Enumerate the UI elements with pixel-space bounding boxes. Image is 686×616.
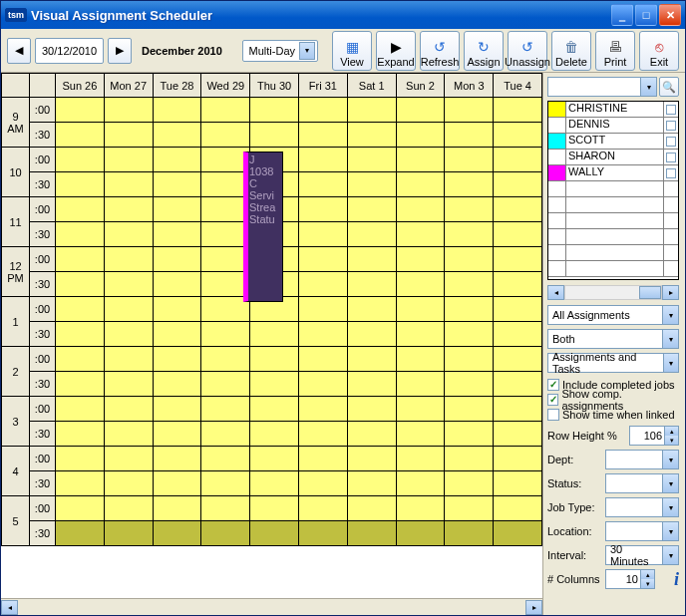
grid-cell[interactable]	[153, 247, 201, 272]
info-icon[interactable]: i	[674, 569, 679, 590]
grid-cell[interactable]	[494, 397, 542, 422]
next-button[interactable]: ▶	[108, 38, 132, 64]
grid-cell[interactable]	[153, 272, 201, 297]
grid-cell[interactable]	[445, 148, 494, 172]
grid-cell[interactable]	[104, 197, 153, 222]
employee-list[interactable]: CHRISTINEDENNISSCOTTSHARONWALLY	[547, 101, 679, 280]
grid-cell[interactable]	[56, 172, 105, 197]
delete-button[interactable]: 🗑Delete	[551, 31, 591, 71]
grid-cell[interactable]	[298, 322, 347, 347]
grid-cell[interactable]	[298, 297, 347, 322]
grid-cell[interactable]	[104, 222, 153, 247]
grid-cell[interactable]	[56, 422, 105, 447]
grid-cell[interactable]	[298, 496, 347, 521]
grid-cell[interactable]	[104, 172, 153, 197]
grid-cell[interactable]	[494, 471, 542, 496]
grid-cell[interactable]	[56, 272, 105, 297]
grid-cell[interactable]	[250, 422, 299, 447]
date-field[interactable]: 30/12/2010	[35, 38, 104, 64]
grid-cell[interactable]	[250, 372, 299, 397]
expand-button[interactable]: ▶Expand	[376, 31, 416, 71]
employee-row[interactable]	[548, 213, 678, 229]
grid-cell[interactable]	[250, 397, 299, 422]
grid-cell[interactable]	[347, 397, 396, 422]
grid-cell[interactable]	[347, 123, 396, 148]
grid-cell[interactable]	[396, 471, 445, 496]
scroll-left-button[interactable]: ◂	[547, 285, 564, 300]
grid-cell[interactable]	[347, 372, 396, 397]
grid-cell[interactable]	[201, 372, 250, 397]
scroll-thumb[interactable]	[639, 286, 661, 299]
grid-cell[interactable]	[56, 297, 105, 322]
scroll-right-button[interactable]: ▸	[525, 600, 542, 615]
grid-cell[interactable]	[153, 197, 201, 222]
grid-cell[interactable]	[56, 521, 105, 546]
grid-cell[interactable]	[153, 148, 201, 172]
grid-hscroll[interactable]: ◂ ▸	[1, 598, 542, 615]
grid-cell[interactable]	[56, 222, 105, 247]
grid-cell[interactable]	[104, 347, 153, 372]
grid-cell[interactable]	[347, 247, 396, 272]
grid-cell[interactable]	[153, 172, 201, 197]
grid-cell[interactable]	[153, 422, 201, 447]
grid-cell[interactable]	[347, 148, 396, 172]
grid-cell[interactable]	[298, 372, 347, 397]
grid-cell[interactable]	[347, 521, 396, 546]
grid-cell[interactable]	[445, 272, 494, 297]
grid-cell[interactable]	[445, 98, 494, 123]
checkbox-row[interactable]: ✓Show comp. assignments	[547, 392, 679, 407]
grid-cell[interactable]	[56, 372, 105, 397]
grid-cell[interactable]	[201, 471, 250, 496]
cols-spinner[interactable]: ▴▾	[605, 569, 655, 589]
grid-cell[interactable]	[445, 422, 494, 447]
grid-cell[interactable]	[298, 222, 347, 247]
refresh-button[interactable]: ↺Refresh	[420, 31, 460, 71]
employee-row[interactable]: DENNIS	[548, 118, 678, 134]
grid-cell[interactable]	[445, 247, 494, 272]
grid-cell[interactable]	[445, 372, 494, 397]
grid-cell[interactable]	[153, 397, 201, 422]
employee-checkbox[interactable]	[666, 121, 676, 131]
grid-cell[interactable]	[201, 521, 250, 546]
grid-cell[interactable]	[445, 172, 494, 197]
grid-cell[interactable]	[104, 123, 153, 148]
grid-cell[interactable]	[445, 347, 494, 372]
grid-cell[interactable]	[153, 496, 201, 521]
grid-cell[interactable]	[298, 148, 347, 172]
grid-cell[interactable]	[347, 496, 396, 521]
grid-cell[interactable]	[104, 98, 153, 123]
dept-select[interactable]: ▾	[605, 450, 679, 469]
grid-cell[interactable]	[347, 422, 396, 447]
grid-cell[interactable]	[298, 98, 347, 123]
grid-cell[interactable]	[494, 222, 542, 247]
employee-row[interactable]: SHARON	[548, 150, 678, 165]
grid-cell[interactable]	[250, 447, 299, 471]
print-button[interactable]: 🖶Print	[595, 31, 635, 71]
grid-cell[interactable]	[396, 372, 445, 397]
close-button[interactable]: ✕	[659, 4, 681, 26]
grid-cell[interactable]	[56, 247, 105, 272]
scroll-right-button[interactable]: ▸	[662, 285, 679, 300]
grid-cell[interactable]	[201, 422, 250, 447]
at-filter[interactable]: Assignments and Tasks▾	[547, 353, 679, 373]
grid-cell[interactable]	[494, 297, 542, 322]
maximize-button[interactable]: □	[635, 4, 657, 26]
minimize-button[interactable]: ‗	[611, 4, 633, 26]
grid-cell[interactable]	[494, 422, 542, 447]
grid-cell[interactable]	[153, 123, 201, 148]
grid-cell[interactable]	[396, 197, 445, 222]
jobtype-select[interactable]: ▾	[605, 497, 679, 517]
grid-cell[interactable]	[56, 397, 105, 422]
grid-cell[interactable]	[347, 347, 396, 372]
grid-cell[interactable]	[347, 172, 396, 197]
grid-cell[interactable]	[298, 247, 347, 272]
grid-cell[interactable]	[445, 496, 494, 521]
grid-cell[interactable]	[56, 471, 105, 496]
grid-cell[interactable]	[347, 471, 396, 496]
grid-cell[interactable]	[56, 496, 105, 521]
grid-cell[interactable]	[396, 422, 445, 447]
employee-row[interactable]	[548, 197, 678, 213]
grid-cell[interactable]	[396, 98, 445, 123]
grid-cell[interactable]	[494, 521, 542, 546]
grid-cell[interactable]	[104, 322, 153, 347]
